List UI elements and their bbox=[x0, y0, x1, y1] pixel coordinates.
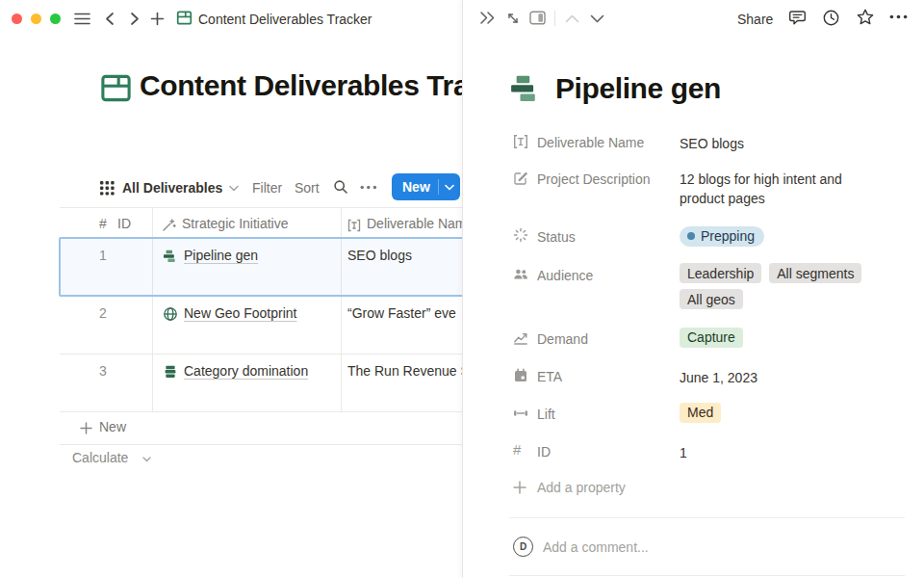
new-button-chevron-icon[interactable] bbox=[439, 184, 460, 191]
row-id[interactable]: 3 bbox=[99, 363, 107, 379]
previous-record-chevron-up-icon[interactable] bbox=[565, 14, 579, 23]
new-row-button[interactable]: New bbox=[99, 419, 126, 434]
search-icon[interactable] bbox=[333, 179, 348, 195]
globe-icon bbox=[163, 306, 178, 322]
table-view-grid-icon[interactable] bbox=[100, 181, 115, 196]
record-title[interactable]: Pipeline gen bbox=[555, 72, 721, 105]
traffic-light-zoom[interactable] bbox=[50, 13, 61, 24]
new-tab-plus-icon[interactable] bbox=[150, 12, 165, 26]
traffic-light-minimize[interactable] bbox=[31, 13, 41, 24]
share-button[interactable]: Share bbox=[737, 10, 773, 29]
add-property-label[interactable]: Add a property bbox=[537, 478, 626, 497]
lift-tag[interactable]: Med bbox=[680, 403, 721, 423]
property-label[interactable]: Audience bbox=[537, 266, 593, 285]
column-header-deliverable-name[interactable]: Deliverable Name bbox=[367, 216, 462, 231]
toolbar-divider bbox=[554, 11, 555, 26]
line-chart-icon bbox=[513, 330, 528, 346]
back-icon[interactable] bbox=[104, 12, 116, 26]
property-value: Med bbox=[680, 402, 721, 423]
favorite-star-icon[interactable] bbox=[856, 8, 875, 27]
pipeline-bars-icon bbox=[163, 249, 178, 264]
forward-icon[interactable] bbox=[129, 12, 141, 26]
user-avatar: D bbox=[513, 537, 533, 557]
pipeline-bars-icon bbox=[509, 72, 542, 105]
add-row-plus-icon[interactable] bbox=[80, 422, 92, 434]
divider bbox=[509, 517, 905, 518]
table-border bbox=[60, 444, 462, 445]
row-id[interactable]: 1 bbox=[99, 248, 107, 263]
property-label[interactable]: ID bbox=[537, 442, 551, 461]
row-deliverable[interactable]: “Grow Faster” eve bbox=[347, 305, 462, 321]
row-initiative-link[interactable]: Pipeline gen bbox=[184, 248, 258, 263]
property-label[interactable]: Lift bbox=[537, 405, 555, 424]
new-button-label: New bbox=[392, 179, 438, 195]
filter-button[interactable]: Filter bbox=[252, 178, 282, 197]
property-value[interactable]: 1 bbox=[680, 442, 687, 463]
hash-icon: # bbox=[99, 216, 107, 231]
audience-tag[interactable]: All segments bbox=[769, 263, 861, 283]
title-property-icon bbox=[347, 219, 361, 232]
window-title[interactable]: Content Deliverables Tracker bbox=[198, 10, 372, 29]
calculate-button[interactable]: Calculate bbox=[72, 450, 128, 465]
table-border bbox=[60, 354, 462, 355]
side-peek-toggle-icon[interactable] bbox=[529, 11, 546, 25]
status-spinner-icon bbox=[513, 227, 528, 243]
next-record-chevron-down-icon[interactable] bbox=[590, 14, 604, 23]
row-id[interactable]: 2 bbox=[99, 305, 107, 321]
edit-pencil-icon bbox=[513, 171, 528, 186]
selected-row-highlight bbox=[59, 237, 462, 297]
hash-icon: # bbox=[513, 441, 521, 458]
property-label[interactable]: ETA bbox=[537, 367, 562, 386]
property-value: Leadership All segments All geos bbox=[680, 263, 868, 309]
divider bbox=[509, 575, 905, 576]
view-selector[interactable]: All Deliverables bbox=[122, 178, 222, 197]
table-border bbox=[60, 411, 462, 412]
people-icon bbox=[513, 267, 528, 282]
calendar-icon bbox=[513, 368, 528, 383]
column-header-id[interactable]: ID bbox=[117, 216, 131, 231]
traffic-light-close[interactable] bbox=[12, 13, 22, 24]
page-title-table-icon bbox=[100, 72, 132, 104]
hamburger-menu-icon[interactable] bbox=[74, 13, 90, 25]
property-label[interactable]: Deliverable Name bbox=[537, 133, 644, 152]
new-record-button[interactable]: New bbox=[392, 173, 460, 200]
table-border bbox=[60, 207, 462, 208]
audience-tag[interactable]: All geos bbox=[680, 289, 743, 309]
expand-diagonal-icon[interactable] bbox=[506, 12, 520, 25]
wand-sparkle-icon bbox=[162, 218, 176, 232]
demand-tag[interactable]: Capture bbox=[680, 328, 743, 348]
calculate-chevron-down-icon[interactable] bbox=[142, 457, 151, 462]
view-more-ellipsis-icon[interactable] bbox=[360, 185, 377, 190]
stack-icon bbox=[163, 364, 178, 380]
close-peek-double-chevron-icon[interactable] bbox=[479, 11, 496, 25]
audience-tag[interactable]: Leadership bbox=[680, 263, 761, 283]
view-chevron-down-icon[interactable] bbox=[229, 185, 239, 192]
row-initiative-link[interactable]: Category domination bbox=[184, 363, 308, 379]
property-label[interactable]: Project Description bbox=[537, 170, 651, 189]
sort-button[interactable]: Sort bbox=[295, 178, 320, 197]
peek-panel: Share Pipeline gen Deliverable Name SEO … bbox=[462, 0, 924, 578]
more-ellipsis-icon[interactable] bbox=[889, 14, 908, 19]
status-pill-label: Prepping bbox=[701, 225, 755, 247]
history-clock-icon[interactable] bbox=[822, 9, 840, 27]
property-value: Capture bbox=[680, 327, 743, 348]
comment-input[interactable]: Add a comment... bbox=[543, 539, 649, 555]
row-deliverable[interactable]: SEO blogs bbox=[347, 248, 462, 263]
main-window: Content Deliverables Tracker Content Del… bbox=[0, 0, 462, 578]
property-label[interactable]: Status bbox=[537, 227, 576, 247]
property-value[interactable]: SEO blogs bbox=[680, 133, 744, 154]
title-property-icon bbox=[513, 134, 528, 149]
row-deliverable[interactable]: The Run Revenue S bbox=[347, 363, 462, 379]
property-value[interactable]: 12 blogs for high intent and product pag… bbox=[680, 170, 882, 208]
property-label[interactable]: Demand bbox=[537, 329, 588, 349]
status-dot bbox=[687, 232, 695, 240]
property-value: Prepping bbox=[680, 224, 764, 247]
plus-icon bbox=[513, 479, 528, 494]
column-header-strategic-initiative[interactable]: Strategic Initiative bbox=[182, 216, 289, 231]
page-title[interactable]: Content Deliverables Tracker bbox=[140, 69, 462, 102]
row-initiative-link[interactable]: New Geo Footprint bbox=[184, 305, 297, 321]
comments-icon[interactable] bbox=[788, 9, 807, 27]
property-value[interactable]: June 1, 2023 bbox=[680, 367, 757, 388]
status-pill[interactable]: Prepping bbox=[680, 226, 764, 247]
dumbbell-icon bbox=[513, 406, 528, 421]
